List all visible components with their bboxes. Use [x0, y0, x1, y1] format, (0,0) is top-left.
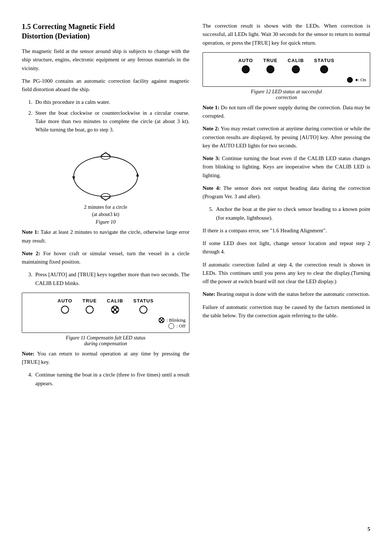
boat-figure-label: 2 minutes for a circle (at about3 kt) — [84, 204, 127, 218]
step-1-text: Do this procedure in a calm water. — [35, 98, 110, 106]
boat-label-text: 2 minutes for a circle (at about3 kt) — [84, 204, 127, 217]
intro-para1: The magnetic field at the sensor around … — [22, 47, 189, 73]
note-bearing-text: Bearing output is done with the status b… — [215, 291, 370, 297]
fig12-led-col-calib: CALIB — [288, 58, 304, 73]
para-compass: If there is a compass error, see "1.6 He… — [203, 227, 370, 235]
led-row-labels: AUTO TRUE CALIB — [58, 298, 154, 314]
right-note1-para: Note 1: Do not turn off the power supply… — [203, 103, 370, 121]
fig12-led-calib-label: CALIB — [288, 58, 304, 63]
led-col-true: TRUE — [82, 298, 97, 314]
note1-label: Note 1: — [22, 229, 39, 235]
legend-off-text: : Off — [176, 323, 185, 329]
step-3: Press [AUTO] and [TRUE] keys together mo… — [28, 270, 189, 288]
note1-text: Take at least 2 minutes to navigate the … — [22, 229, 189, 243]
boat-diagram-svg — [66, 138, 146, 204]
page: 1.5 Correcting Magnetic Field Distortion… — [0, 0, 392, 554]
fig12-led-row: AUTO TRUE CALIB STATUS — [238, 58, 335, 73]
section-title: 1.5 Correcting Magnetic Field Distortion… — [22, 22, 189, 41]
note2-label: Note 2: — [22, 250, 40, 256]
legend-off: : Off — [168, 323, 185, 329]
para-failure: Failure of automatic correction may be c… — [203, 303, 370, 320]
fig12-led-auto-label: AUTO — [238, 58, 253, 63]
right-note4-text: The sensor does not output heading data … — [203, 185, 370, 199]
fig11-caption-line2: during compensation — [84, 341, 127, 346]
fig12-led-auto-circle — [242, 65, 250, 73]
led-col-status: STATUS — [133, 298, 154, 314]
led-status-label: STATUS — [133, 298, 154, 304]
fig12-legend-on: ●: On — [347, 77, 366, 83]
right-note1-label: Note 1: — [203, 105, 219, 110]
led-true-circle — [86, 306, 94, 314]
fig12-legend-on-icon — [347, 77, 353, 83]
step5-list: Anchor the boat at the pier to check sen… — [209, 205, 370, 222]
right-column: The correction result is shown with the … — [203, 22, 370, 519]
fig12-legend-on-text: ●: On — [355, 77, 366, 83]
legend-blink-text: : Blinking — [167, 317, 185, 323]
legend-blinking: : Blinking — [159, 317, 185, 323]
led-status-circle — [139, 306, 147, 314]
step-4: Continue turning the boat in a circle (t… — [28, 371, 189, 388]
led-auto-label: AUTO — [58, 298, 73, 304]
fig12-led-status-circle — [320, 65, 328, 73]
svg-marker-12 — [136, 173, 139, 176]
step3-list: Press [AUTO] and [TRUE] keys together mo… — [28, 270, 189, 288]
title-line2: Distortion (Deviation) — [22, 32, 90, 40]
right-note4-label: Note 4: — [203, 185, 221, 191]
right-note2-label: Note 2: — [203, 126, 220, 131]
figure-11-caption: Figure 11 Compensatin falt LED status du… — [22, 335, 189, 347]
figure-12-box: AUTO TRUE CALIB STATUS — [203, 52, 370, 87]
note2-para: Note 2: For hover craft or simular vesse… — [22, 249, 189, 266]
legend-blink-icon — [159, 317, 164, 323]
fig12-led-col-auto: AUTO — [238, 58, 253, 73]
led-col-calib: CALIB — [107, 298, 123, 314]
step-1: Do this procedure in a calm water. — [28, 98, 189, 106]
page-number: 5 — [22, 526, 370, 532]
fig12-led-calib-circle — [292, 65, 300, 73]
step4-list: Continue turning the boat in a circle (t… — [28, 371, 189, 388]
svg-marker-11 — [72, 176, 75, 180]
boat-figure: 2 minutes for a circle (at about3 kt) — [22, 138, 189, 218]
step-4-text: Continue turning the boat in a circle (t… — [35, 371, 189, 388]
fig12-led-true-circle — [266, 65, 274, 73]
step-2-text: Steer the boat clockwise or counterclock… — [35, 109, 189, 134]
step-5: Anchor the boat at the pier to check sen… — [209, 205, 370, 222]
para-failed: If automatic correction failed at step 4… — [203, 261, 370, 286]
note-return-para: Note: You can return to normal operation… — [22, 350, 189, 367]
intro-para2: The PG-1000 contains an automatic correc… — [22, 77, 189, 94]
right-note4-para: Note 4: The sensor does not output headi… — [203, 184, 370, 201]
led-calib-grid — [111, 306, 119, 314]
note-bearing-label: Note: — [203, 291, 215, 297]
right-note3-label: Note 3: — [203, 155, 220, 161]
figure-12-caption: Figure 12 LED status at successful corre… — [203, 89, 370, 101]
figure-10-number: Figure 10 — [22, 219, 189, 225]
steps-list: Do this procedure in a calm water. Steer… — [28, 98, 189, 134]
right-note2-para: Note 2: You may restart correction at an… — [203, 125, 370, 150]
note-bearing-para: Note: Bearing output is done with the st… — [203, 290, 370, 298]
note2-text: For hover craft or simular vessel, turn … — [22, 250, 189, 265]
led-auto-circle — [61, 306, 69, 314]
right-note3-para: Note 3: Continue turning the boat even i… — [203, 154, 370, 180]
note-return-label: Note: — [22, 351, 34, 357]
fig12-led-true-label: TRUE — [263, 58, 277, 63]
right-intro-para: The correction result is shown with the … — [203, 22, 370, 47]
svg-point-0 — [74, 156, 138, 196]
led-calib-label: CALIB — [107, 298, 123, 304]
note-return-text: You can return to normal operation at an… — [22, 351, 189, 365]
led-true-label: TRUE — [82, 298, 97, 304]
led-col-auto: AUTO — [58, 298, 73, 314]
para-led: If some LED does not light, change senso… — [203, 239, 370, 256]
legend-off-icon — [168, 323, 174, 329]
fig12-led-col-true: TRUE — [263, 58, 277, 73]
section-number: 1.5 — [22, 23, 31, 30]
fig12-led-col-status: STATUS — [314, 58, 334, 73]
step-5-text: Anchor the boat at the pier to check sen… — [216, 205, 370, 222]
step-2: Steer the boat clockwise or counterclock… — [28, 109, 189, 134]
fig12-caption-line2: correction — [276, 95, 297, 100]
right-note1-text: Do not turn off the power supply during … — [203, 105, 370, 119]
fig11-caption-line1: Figure 11 Compensatin falt LED status — [66, 335, 146, 341]
step-3-text: Press [AUTO] and [TRUE] keys together mo… — [35, 270, 189, 288]
figure-11-box: AUTO TRUE CALIB — [22, 293, 189, 333]
note1-para: Note 1: Take at least 2 minutes to navig… — [22, 228, 189, 245]
right-note3-text: Continue turning the boat even if the CA… — [203, 155, 370, 178]
fig12-caption-line1: Figure 12 LED status at successful — [251, 89, 322, 94]
